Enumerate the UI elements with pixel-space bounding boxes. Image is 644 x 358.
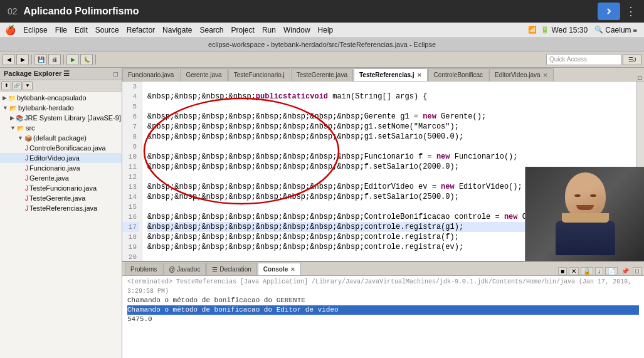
- nav-button[interactable]: [598, 3, 620, 20]
- menu-window[interactable]: Window: [283, 26, 310, 34]
- pe-item-editorvideo[interactable]: J EditorVideo.java: [0, 153, 122, 163]
- search-macos-icon[interactable]: 🔍: [594, 26, 603, 34]
- tab-bar: Funcionario.java Gerente.java TesteFunci…: [122, 68, 644, 82]
- pe-item-testefunc[interactable]: J TesteFuncionario.java: [0, 183, 122, 193]
- tab-javadoc[interactable]: @ Javadoc: [163, 263, 206, 275]
- pe-menu-btn[interactable]: ▼: [23, 82, 33, 90]
- menu-source[interactable]: Source: [95, 26, 119, 34]
- pe-label: bytebank-encapsulado: [17, 94, 87, 102]
- eclipse-toolbar: ◀ ▶ 💾 🖨 ▶ 🐛 Quick Access ☰J: [0, 51, 644, 68]
- toolbar-run[interactable]: ▶: [66, 54, 79, 65]
- menu-navigate[interactable]: Navigate: [162, 26, 192, 34]
- quick-access-input[interactable]: Quick Access: [546, 54, 621, 65]
- menu-run[interactable]: Run: [262, 26, 276, 34]
- tab-label: TesteReferencias.j: [359, 71, 414, 78]
- pe-item-bytebank-encapsulado[interactable]: ▶ 📁 bytebank-encapsulado: [0, 93, 122, 103]
- console-output[interactable]: <terminated> TesteReferencias [Java Appl…: [122, 276, 644, 358]
- tab-close-icon[interactable]: ✕: [290, 266, 295, 273]
- apple-icon[interactable]: 🍎: [5, 25, 16, 35]
- tab-declaration[interactable]: ☰ Declaration: [206, 263, 256, 275]
- menu-help[interactable]: Help: [318, 26, 334, 34]
- console-terminate-icon[interactable]: ■: [558, 267, 567, 275]
- pe-item-controle[interactable]: J ControleBonificacao.java: [0, 143, 122, 153]
- battery-icon: 🔋: [541, 26, 549, 34]
- tab-editorvideo[interactable]: EditorVideo.java ✕: [489, 68, 554, 81]
- toolbar-print[interactable]: 🖨: [48, 54, 61, 65]
- menu-eclipse[interactable]: Eclipse: [23, 26, 48, 34]
- mac-menubar: 🍎 Eclipse File Edit Source Refactor Navi…: [0, 23, 644, 38]
- tab-close-icon[interactable]: ✕: [543, 72, 548, 78]
- console-scroll-lock-icon[interactable]: 🔒: [581, 267, 593, 275]
- tab-close-icon[interactable]: ✕: [417, 72, 422, 78]
- bottom-panel: Problems @ Javadoc ☰ Declaration Console…: [122, 261, 644, 358]
- console-terminated-line: <terminated> TesteReferencias [Java Appl…: [127, 277, 639, 296]
- toolbar-perspective[interactable]: ☰J: [623, 54, 641, 65]
- tab-label: ☰ Declaration: [212, 266, 251, 273]
- pe-label: bytebank-herdado: [18, 104, 74, 112]
- menu-edit[interactable]: Edit: [75, 26, 88, 34]
- console-scroll-end-icon[interactable]: ↓: [595, 267, 603, 275]
- chin: [562, 213, 609, 223]
- folder-icon: 📁: [8, 95, 16, 102]
- pe-item-funcionario[interactable]: J Funcionario.java: [0, 163, 122, 173]
- menu-project[interactable]: Project: [231, 26, 255, 34]
- pe-toolbar: ⬆ 🔗 ▼: [0, 80, 122, 92]
- console-lines: Chamando o método de bonificacao do GERE…: [127, 296, 639, 324]
- tab-gerente[interactable]: Gerente.java: [180, 68, 227, 81]
- tab-label: EditorVideo.java: [495, 71, 541, 78]
- tab-testefunc[interactable]: TesteFuncionario.j: [228, 68, 290, 81]
- user-label: Caelum: [605, 26, 631, 34]
- tab-controle[interactable]: ControleBonificac: [428, 68, 488, 81]
- console-clear-icon[interactable]: ✕: [569, 267, 579, 275]
- toolbar-save[interactable]: 💾: [34, 54, 47, 65]
- console-maximize-icon[interactable]: □: [633, 267, 641, 275]
- tab-console[interactable]: Console ✕: [258, 263, 301, 275]
- toolbar-debug[interactable]: 🐛: [80, 54, 93, 65]
- more-options-icon[interactable]: ⋮: [625, 4, 636, 18]
- pe-label: (default package): [33, 134, 87, 142]
- arrow-right-icon: [604, 7, 613, 16]
- tab-testeref[interactable]: TesteReferencias.j ✕: [354, 68, 428, 81]
- menu-refactor[interactable]: Refactor: [127, 26, 155, 34]
- pkg-icon: 📦: [24, 135, 32, 142]
- tab-maximize-icon[interactable]: □: [635, 74, 644, 81]
- pe-item-gerente[interactable]: J Gerente.java: [0, 173, 122, 183]
- pe-item-testeref[interactable]: J TesteReferencias.java: [0, 203, 122, 213]
- pe-item-src[interactable]: ▼ 📂 src: [0, 123, 122, 133]
- pe-item-testegerente[interactable]: J TesteGerente.java: [0, 193, 122, 203]
- menu-search[interactable]: Search: [199, 26, 223, 34]
- tab-problems[interactable]: Problems: [125, 263, 162, 275]
- toolbar-back[interactable]: ◀: [3, 54, 15, 65]
- pe-content: ▶ 📁 bytebank-encapsulado ▼ 📂 bytebank-he…: [0, 92, 122, 358]
- tab-label: Funcionario.java: [128, 71, 174, 78]
- editor-wrapper: Funcionario.java Gerente.java TesteFunci…: [122, 68, 644, 358]
- pe-header: Package Explorer ☰ □: [0, 68, 122, 80]
- console-pin-icon[interactable]: 📌: [620, 268, 631, 275]
- lib-icon: 📚: [16, 115, 23, 122]
- pe-minimize-icon[interactable]: □: [113, 70, 118, 78]
- tab-testegerente[interactable]: TesteGerente.java: [291, 68, 353, 81]
- pe-item-bytebank-herdado[interactable]: ▼ 📂 bytebank-herdado: [0, 103, 122, 113]
- pe-arrow-icon: ▶: [10, 115, 14, 121]
- title-number: 02: [8, 6, 18, 16]
- pe-item-default-pkg[interactable]: ▼ 📦 (default package): [0, 133, 122, 143]
- pe-label: EditorVideo.java: [29, 154, 80, 162]
- pe-arrow-icon: ▼: [10, 125, 16, 131]
- java-file-icon: J: [25, 155, 28, 162]
- package-explorer: Package Explorer ☰ □ ⬆ 🔗 ▼ ▶ 📁 bytebank-…: [0, 68, 122, 358]
- java-file-icon: J: [25, 145, 28, 152]
- menu-icon[interactable]: ≡: [633, 26, 637, 34]
- console-line: Chamando o método de bonificacao do Edit…: [127, 305, 639, 315]
- tab-funcionario[interactable]: Funcionario.java: [122, 68, 179, 81]
- eclipse-title-text: eclipse-workspace - bytebank-herdado/src…: [208, 41, 436, 48]
- menu-file[interactable]: File: [55, 26, 67, 34]
- pe-label: JRE System Library [JavaSE-9]: [24, 114, 121, 122]
- pe-item-jre[interactable]: ▶ 📚 JRE System Library [JavaSE-9]: [0, 113, 122, 123]
- pe-label: src: [26, 124, 35, 132]
- pe-collapse-btn[interactable]: ⬆: [1, 82, 11, 90]
- clock: Wed 15:30: [551, 26, 588, 34]
- person-body: [556, 221, 615, 255]
- pe-link-btn[interactable]: 🔗: [12, 82, 22, 90]
- console-open-file-icon[interactable]: 📄: [605, 267, 618, 275]
- toolbar-forward[interactable]: ▶: [16, 54, 29, 65]
